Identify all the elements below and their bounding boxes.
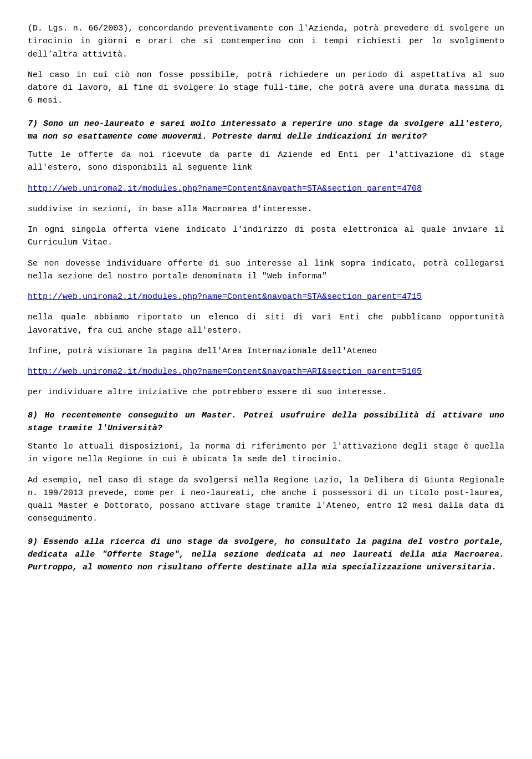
q8-answer-2: Ad esempio, nel caso di stage da svolger…: [28, 474, 504, 526]
q7-link-2[interactable]: http://web.uniroma2.it/modules.php?name=…: [28, 292, 422, 302]
q7-link-1[interactable]: http://web.uniroma2.it/modules.php?name=…: [28, 184, 422, 193]
intro-paragraph: (D. Lgs. n. 66/2003), concordando preven…: [28, 22, 504, 61]
q7-answer-5: nella quale abbiamo riportato un elenco …: [28, 311, 504, 337]
q7-answer-1: Tutte le offerte da noi ricevute da part…: [28, 149, 504, 175]
q7-answer-3: In ogni singola offerta viene indicato l…: [28, 223, 504, 249]
intro-block: (D. Lgs. n. 66/2003), concordando preven…: [28, 22, 504, 108]
q8-answer-1: Stante le attuali disposizioni, la norma…: [28, 440, 504, 466]
main-content: (D. Lgs. n. 66/2003), concordando preven…: [28, 22, 504, 574]
q7-block: 7) Sono un neo-laureato e sarei molto in…: [28, 118, 504, 399]
q8-block: 8) Ho recentemente conseguito un Master.…: [28, 409, 504, 526]
q7-link-3[interactable]: http://web.uniroma2.it/modules.php?name=…: [28, 367, 422, 376]
q7-link-2-line: http://web.uniroma2.it/modules.php?name=…: [28, 291, 504, 303]
question-9: 9) Essendo alla ricerca di uno stage da …: [28, 536, 504, 574]
question-7: 7) Sono un neo-laureato e sarei molto in…: [28, 118, 504, 144]
q7-answer-6: Infine, potrà visionare la pagina dell'A…: [28, 345, 504, 358]
question-8: 8) Ho recentemente conseguito un Master.…: [28, 409, 504, 435]
q7-answer-4: Se non dovesse individuare offerte di su…: [28, 257, 504, 283]
q9-block: 9) Essendo alla ricerca di uno stage da …: [28, 536, 504, 574]
q7-link-1-line: http://web.uniroma2.it/modules.php?name=…: [28, 182, 504, 195]
q7-answer-2: suddivise in sezioni, in base alla Macro…: [28, 203, 504, 216]
q7-link-3-line: http://web.uniroma2.it/modules.php?name=…: [28, 365, 504, 378]
q7-answer-7: per individuare altre iniziative che pot…: [28, 386, 504, 399]
followup-paragraph: Nel caso in cui ciò non fosse possibile,…: [28, 69, 504, 108]
